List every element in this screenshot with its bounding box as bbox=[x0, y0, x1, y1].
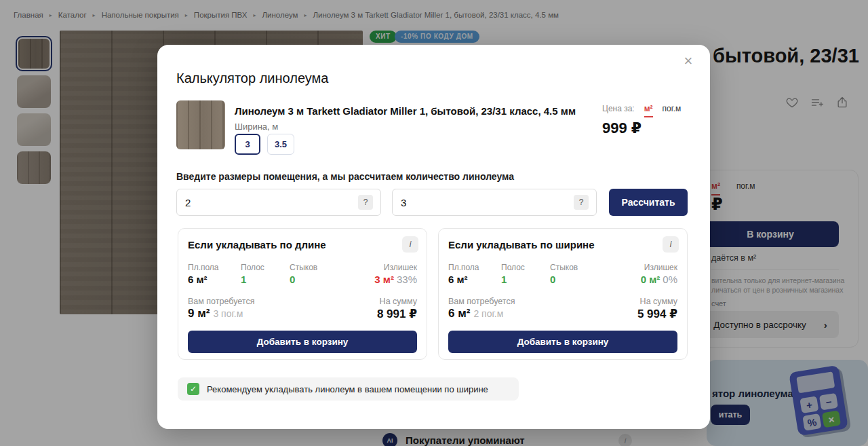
modal-price-value: 999 ₽ bbox=[602, 119, 642, 137]
linoleum-calculator-modal: × Калькулятор линолеума Линолеум 3 м Tar… bbox=[157, 45, 710, 429]
width-options: 3 3.5 bbox=[235, 134, 294, 155]
joints-label: Стыков bbox=[550, 263, 578, 272]
calculator-instruction: Введите размеры помещения, а мы рассчита… bbox=[176, 171, 514, 182]
sum-value: 8 991 ₽ bbox=[377, 307, 417, 321]
calculate-button[interactable]: Рассчитать bbox=[609, 189, 688, 216]
floor-area-value: 6 м² bbox=[448, 274, 468, 285]
product-page: Главная ▸ Каталог ▸ Напольные покрытия ▸… bbox=[0, 0, 868, 446]
floor-area-label: Пл.пола bbox=[448, 263, 479, 272]
excess-label: Излишек bbox=[644, 263, 677, 272]
layout-lengthwise-card: Если укладывать по длине i Пл.пола Полос… bbox=[178, 228, 427, 360]
modal-product-title: Линолеум 3 м Tarkett Gladiator Miller 1,… bbox=[235, 105, 601, 117]
modal-price-tabs: Цена за: м² пог.м bbox=[602, 104, 681, 117]
add-to-cart-button[interactable]: Добавить в корзину bbox=[448, 331, 677, 353]
width-option-3-5[interactable]: 3.5 bbox=[267, 134, 294, 155]
checkbox-checked-icon[interactable]: ✓ bbox=[187, 383, 199, 395]
strips-value: 1 bbox=[501, 274, 507, 285]
card-title: Если укладывать по ширине bbox=[448, 239, 595, 250]
card-title: Если укладывать по длине bbox=[188, 239, 326, 250]
modal-title: Калькулятор линолеума bbox=[176, 71, 328, 86]
room-length-input[interactable] bbox=[176, 189, 381, 216]
need-value: 9 м²3 пог.м bbox=[188, 307, 243, 320]
strips-value: 1 bbox=[241, 274, 246, 285]
joints-label: Стыков bbox=[290, 263, 317, 272]
need-label: Вам потребуется bbox=[448, 297, 515, 306]
width-label: Ширина, м bbox=[235, 122, 278, 132]
sum-value: 5 994 ₽ bbox=[637, 307, 677, 321]
modal-product-thumbnail bbox=[176, 100, 225, 149]
excess-value: 3 м²33% bbox=[374, 274, 417, 285]
floor-area-label: Пл.пола bbox=[188, 263, 219, 272]
price-per-label: Цена за: bbox=[602, 104, 635, 113]
layout-widthwise-card: Если укладывать по ширине i Пл.пола Поло… bbox=[438, 228, 688, 360]
excess-value: 0 м²0% bbox=[641, 274, 677, 285]
width-option-3[interactable]: 3 bbox=[235, 134, 260, 155]
need-label: Вам потребуется bbox=[188, 297, 254, 306]
help-icon[interactable]: ? bbox=[574, 195, 589, 210]
info-icon[interactable]: i bbox=[402, 236, 418, 253]
joints-value: 0 bbox=[550, 274, 555, 285]
modal-tab-square-meter[interactable]: м² bbox=[644, 104, 653, 117]
info-icon[interactable]: i bbox=[663, 236, 679, 253]
sum-label: На сумму bbox=[380, 297, 417, 306]
add-to-cart-button[interactable]: Добавить в корзину bbox=[188, 331, 417, 353]
recommendation-banner: ✓ Рекомендуем укладывать линолеум в ваше… bbox=[178, 377, 519, 401]
room-width-input[interactable] bbox=[392, 189, 597, 216]
help-icon[interactable]: ? bbox=[358, 195, 373, 210]
floor-area-value: 6 м² bbox=[188, 274, 208, 285]
strips-label: Полос bbox=[241, 263, 264, 272]
strips-label: Полос bbox=[501, 263, 525, 272]
close-icon[interactable]: × bbox=[677, 50, 699, 72]
need-value: 6 м²2 пог.м bbox=[448, 307, 503, 320]
joints-value: 0 bbox=[290, 274, 295, 285]
modal-tab-linear-meter[interactable]: пог.м bbox=[663, 104, 682, 113]
sum-label: На сумму bbox=[640, 297, 677, 306]
excess-label: Излишек bbox=[384, 263, 417, 272]
recommendation-text: Рекомендуем укладывать линолеум в вашем … bbox=[207, 384, 488, 394]
